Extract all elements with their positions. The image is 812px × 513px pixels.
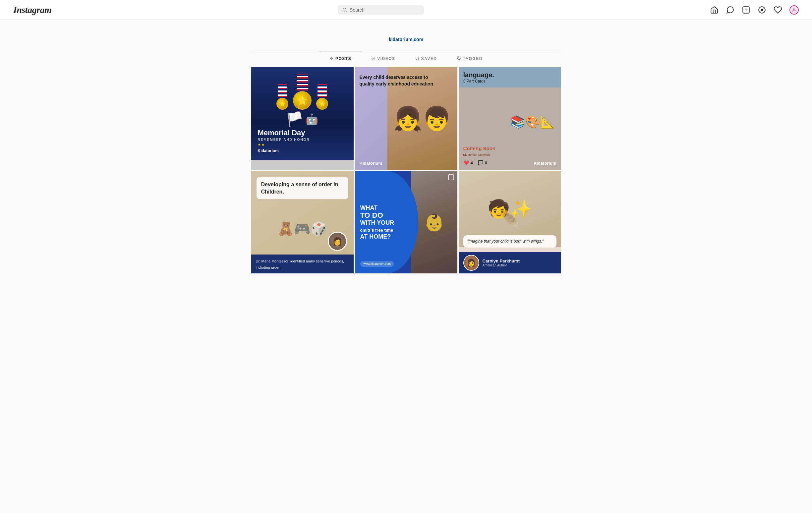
play-icon <box>371 56 375 61</box>
post-2-brand: Kidatorium <box>359 161 382 166</box>
svg-point-3 <box>793 8 795 10</box>
likes-comments: 4 0 <box>463 160 487 166</box>
grid-icon <box>329 56 334 61</box>
coming-cards-label: 3 Part Cards <box>463 79 556 84</box>
svg-rect-4 <box>330 57 331 58</box>
tabs-nav: POSTS VIDEOS SAVED <box>251 51 561 66</box>
heart-filled-icon <box>463 160 469 166</box>
memorial-text: Memorial Day REMEMBER AND HONOR ★ ★ Kida… <box>258 129 347 153</box>
instagram-logo: Instagram <box>13 5 51 15</box>
posts-grid: ⭐ ⭐ ⭐ 🏳️ 🤖 <box>251 66 561 275</box>
heart-icon[interactable] <box>774 6 782 14</box>
svg-point-8 <box>372 57 375 60</box>
coming-soon-text: Coming Soon <box>463 145 496 151</box>
svg-point-0 <box>343 8 346 11</box>
comments-count: 0 <box>477 160 487 166</box>
svg-rect-7 <box>332 59 333 60</box>
explore-icon[interactable] <box>758 6 766 14</box>
profile-avatar[interactable] <box>789 5 799 15</box>
wings-quote: "Imagine that your child is born with wi… <box>463 235 556 248</box>
search-icon <box>342 7 347 12</box>
svg-rect-5 <box>332 57 333 58</box>
medal-right: ⭐ <box>316 84 328 110</box>
cards-visual: 📚🎨📐 <box>507 90 558 153</box>
memorial-subtitle: REMEMBER AND HONOR <box>258 138 347 142</box>
tab-tagged-label: TAGGED <box>463 56 483 61</box>
tab-saved-label: SAVED <box>421 56 437 61</box>
medal-center: ⭐ <box>293 74 312 110</box>
home-icon[interactable] <box>710 6 719 14</box>
memorial-title: Memorial Day <box>258 129 347 137</box>
tab-posts-label: POSTS <box>336 56 351 61</box>
wings-decoration: 🪶 <box>499 211 520 230</box>
developing-text-box: Developing a sense of order in Children. <box>257 177 348 199</box>
tab-videos-label: VIDEOS <box>377 56 395 61</box>
montessori-avatar: 👩 <box>328 232 347 251</box>
header-nav <box>710 5 799 15</box>
tab-saved[interactable]: SAVED <box>405 51 447 66</box>
wings-author-info: Carolyn Parkhurst American Author <box>483 258 520 267</box>
bookmark-icon <box>415 56 419 61</box>
messenger-icon[interactable] <box>726 6 734 14</box>
post-1[interactable]: ⭐ ⭐ ⭐ 🏳️ 🤖 <box>251 67 354 170</box>
search-input[interactable] <box>350 7 419 12</box>
memorial-stars: ★ ★ <box>258 143 347 146</box>
memorial-brand: Kidatorium <box>258 148 347 153</box>
profile-section: kidatorium.com POSTS VIDEOS <box>251 27 561 275</box>
wings-author-name: Carolyn Parkhurst <box>483 258 520 263</box>
wings-author-title: American Author <box>483 263 520 267</box>
website-link[interactable]: kidatorium.com <box>389 33 423 42</box>
wings-author-section: 👩 Carolyn Parkhurst American Author <box>459 252 561 274</box>
header: Instagram <box>0 0 812 20</box>
post-5[interactable]: 👶 WHATto doWITH YOURchild´s free timeAT … <box>355 171 457 274</box>
search-bar[interactable] <box>338 5 424 15</box>
post-3[interactable]: language. 3 Part Cards 📚🎨📐 Coming Soon K… <box>459 67 561 170</box>
wings-avatar: 👩 <box>463 255 479 271</box>
post-4[interactable]: 🧸🎮🎲 Developing a sense of order in Child… <box>251 171 354 274</box>
post-3-brand: Kidatorium <box>533 161 556 166</box>
new-post-icon[interactable] <box>742 6 750 14</box>
whatdo-website: www.kidatorium.com <box>360 261 395 267</box>
whatdo-text: WHATto doWITH YOURchild´s free timeAT HO… <box>360 204 395 240</box>
likes-count: 4 <box>463 160 473 166</box>
developing-caption: Dr. Maria Montessori identified many sen… <box>251 255 354 274</box>
comment-icon <box>477 160 484 166</box>
post-2-text: Every child deserves access to quality e… <box>359 74 441 87</box>
post-6[interactable]: 🧒✨ 🪶 "Imagine that your child is born wi… <box>459 171 561 274</box>
coming-lang-label: language. <box>463 71 556 79</box>
corner-box <box>448 174 454 180</box>
svg-rect-6 <box>330 59 331 60</box>
tab-tagged[interactable]: TAGGED <box>447 51 493 66</box>
tag-icon <box>457 56 461 61</box>
tab-videos[interactable]: VIDEOS <box>361 51 405 66</box>
coming-brand-small: Kidatorium Materials <box>463 153 491 156</box>
svg-point-10 <box>458 57 458 58</box>
post-2[interactable]: 👧👦 Every child deserves access to qualit… <box>355 67 457 170</box>
medal-left: ⭐ <box>277 84 288 110</box>
svg-marker-9 <box>373 58 374 59</box>
tab-posts[interactable]: POSTS <box>319 51 361 66</box>
